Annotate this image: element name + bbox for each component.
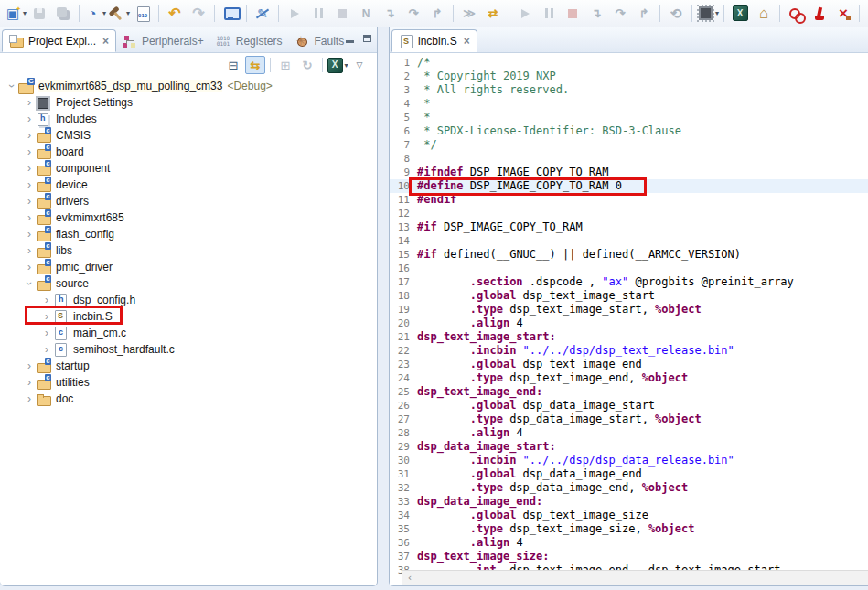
group-button[interactable] <box>275 56 295 74</box>
code-line[interactable]: 37dsp_text_image_size: <box>390 550 868 563</box>
home-button[interactable] <box>753 3 775 25</box>
tree-item-device[interactable]: ›device <box>0 177 377 193</box>
code-line[interactable]: 11#endif <box>390 193 868 207</box>
chevron-collapsed-icon[interactable]: › <box>23 96 36 109</box>
tree-item-evkmimxrt685[interactable]: ›evkmimxrt685 <box>0 209 377 226</box>
tree-item-dsp-config-h[interactable]: ›dsp_config.h <box>0 292 377 308</box>
code-line[interactable]: 6 * SPDX-License-Identifier: BSD-3-Claus… <box>390 124 868 138</box>
tree-item-flash-config[interactable]: ›flash_config <box>0 226 377 242</box>
code-line[interactable]: 4 * <box>390 97 868 111</box>
tab-project-expl-[interactable]: Project Expl...× <box>2 29 116 52</box>
chevron-collapsed-icon[interactable]: › <box>23 178 36 191</box>
close-icon[interactable]: × <box>102 35 109 48</box>
code-line[interactable]: 3 * All rights reserved. <box>390 83 868 97</box>
code-line[interactable]: 22 .incbin "../../dsp/dsp_text_release.b… <box>390 344 868 358</box>
code-line[interactable]: 13#if DSP_IMAGE_COPY_TO_RAM <box>390 220 868 234</box>
code-line[interactable]: 32 .type dsp_data_image_end, %object <box>390 481 868 495</box>
tree-item-project-settings[interactable]: ›Project Settings <box>0 94 377 111</box>
chevron-collapsed-icon[interactable]: › <box>40 327 53 339</box>
code-line[interactable]: 35 .type dsp_text_image_size, %object <box>390 522 868 536</box>
code-line[interactable]: 29dsp_data_image_start: <box>390 440 868 454</box>
tree-item-startup[interactable]: ›startup <box>0 358 377 374</box>
code-line[interactable]: 18 .global dsp_text_image_start <box>390 289 868 303</box>
erase-flash-button[interactable] <box>832 3 854 25</box>
code-line[interactable]: 36 .align 4 <box>390 536 868 550</box>
chevron-collapsed-icon[interactable]: › <box>40 343 53 356</box>
tree-item-doc[interactable]: ›doc <box>0 391 377 407</box>
minimize-icon[interactable] <box>346 35 354 43</box>
tab-registers[interactable]: Registers <box>210 29 289 52</box>
tree-item-component[interactable]: ›component <box>0 160 377 177</box>
code-line[interactable]: 1/* <box>390 56 868 70</box>
chevron-collapsed-icon[interactable]: › <box>40 310 53 323</box>
code-line[interactable]: 16 <box>390 262 868 275</box>
step-filters-button[interactable] <box>482 3 504 25</box>
code-line[interactable]: 10#define DSP_IMAGE_COPY_TO_RAM 0 <box>390 179 868 193</box>
tree-item-evkmimxrt685-dsp-mu-polling-cm33[interactable]: ›evkmimxrt685_dsp_mu_polling_cm33<Debug> <box>0 78 377 94</box>
mark-occurrences-button[interactable] <box>252 3 273 25</box>
tree-item-includes[interactable]: ›Includes <box>0 111 377 127</box>
code-line[interactable]: 21dsp_text_image_start: <box>390 330 868 344</box>
chevron-collapsed-icon[interactable]: › <box>23 145 36 158</box>
dropdown-arrow-icon[interactable]: ▾ <box>715 9 719 17</box>
chevron-collapsed-icon[interactable]: › <box>23 228 36 241</box>
tree-item-libs[interactable]: ›libs <box>0 242 377 259</box>
boot-device-button[interactable] <box>809 3 830 25</box>
build-button[interactable]: ▾ <box>108 3 130 25</box>
code-line[interactable]: 12 <box>390 207 868 220</box>
code-line[interactable]: 19 .type dsp_text_image_start, %object <box>390 303 868 316</box>
mcu-chip-button[interactable]: ▾ <box>697 3 719 25</box>
tree-item-cmsis[interactable]: ›CMSIS <box>0 127 377 144</box>
chevron-collapsed-icon[interactable]: › <box>23 129 36 142</box>
tab-faults[interactable]: Faults <box>288 29 350 52</box>
code-line[interactable]: 26 .global dsp_data_image_start <box>390 399 868 413</box>
code-line[interactable]: 28 .align 4 <box>390 426 868 440</box>
binary-counter-button[interactable] <box>132 3 154 25</box>
chevron-collapsed-icon[interactable]: › <box>23 195 36 208</box>
tree-item-source[interactable]: ›source <box>0 275 377 292</box>
code-line[interactable]: 14 <box>390 234 868 248</box>
tree-item-semihost-hardfault-c[interactable]: ›semihost_hardfault.c <box>0 341 377 358</box>
tree-item-pmic-driver[interactable]: ›pmic_driver <box>0 259 377 275</box>
dropdown-arrow-icon[interactable]: ▾ <box>345 61 348 70</box>
horizontal-scrollbar[interactable]: ‹ <box>402 570 868 585</box>
chevron-collapsed-icon[interactable]: › <box>23 211 36 224</box>
chevron-collapsed-icon[interactable]: › <box>23 392 36 405</box>
code-line[interactable]: 30 .incbin "../../dsp/dsp_data_release.b… <box>390 454 868 467</box>
chevron-expanded-icon[interactable]: › <box>23 277 36 290</box>
code-line[interactable]: 7 */ <box>390 138 868 152</box>
sync-button[interactable] <box>297 56 317 74</box>
code-line[interactable]: 9#ifndef DSP_IMAGE_COPY_TO_RAM <box>390 166 868 179</box>
view-menu-button[interactable] <box>349 56 370 74</box>
chevron-collapsed-icon[interactable]: › <box>23 359 36 372</box>
scroll-left-icon[interactable]: ‹ <box>402 571 417 585</box>
chevron-collapsed-icon[interactable]: › <box>23 244 36 257</box>
tree-item-main-cm-c[interactable]: ›main_cm.c <box>0 325 377 341</box>
dropdown-arrow-icon[interactable]: ▾ <box>23 9 27 17</box>
code-line[interactable]: 23 .global dsp_text_image_end <box>390 358 868 371</box>
code-line[interactable]: 24 .type dsp_text_image_end, %object <box>390 371 868 385</box>
chevron-collapsed-icon[interactable]: › <box>23 113 36 125</box>
chevron-collapsed-icon[interactable]: › <box>40 294 53 306</box>
tree-item-utilities[interactable]: ›utilities <box>0 374 377 391</box>
code-line[interactable]: 15#if defined(__GNUC__) || defined(__ARM… <box>390 248 868 262</box>
code-line[interactable]: 34 .global dsp_text_image_size <box>390 509 868 522</box>
chevron-collapsed-icon[interactable]: › <box>23 376 36 389</box>
ide-x-button[interactable] <box>729 3 751 25</box>
collapse-all-button[interactable] <box>223 56 243 74</box>
link-with-editor-button[interactable] <box>245 56 265 74</box>
maximize-icon[interactable] <box>363 35 371 42</box>
code-line[interactable]: 5 * <box>390 111 868 124</box>
link-server-button[interactable] <box>785 3 807 25</box>
close-icon[interactable]: × <box>464 35 470 48</box>
code-line[interactable]: 31 .global dsp_data_image_end <box>390 467 868 481</box>
debug-blue-button[interactable] <box>864 3 868 25</box>
undo-button[interactable] <box>164 3 186 25</box>
code-line[interactable]: 2 * Copyright 2019 NXP <box>390 70 868 83</box>
debug-launch-button[interactable]: ▾ <box>84 3 106 25</box>
code-editor[interactable]: 1/*2 * Copyright 2019 NXP3 * All rights … <box>390 53 868 585</box>
chevron-expanded-icon[interactable]: › <box>5 80 18 92</box>
code-line[interactable]: 20 .align 4 <box>390 316 868 330</box>
chevron-collapsed-icon[interactable]: › <box>23 162 36 175</box>
tab-incbin-s[interactable]: incbin.S × <box>391 29 477 52</box>
